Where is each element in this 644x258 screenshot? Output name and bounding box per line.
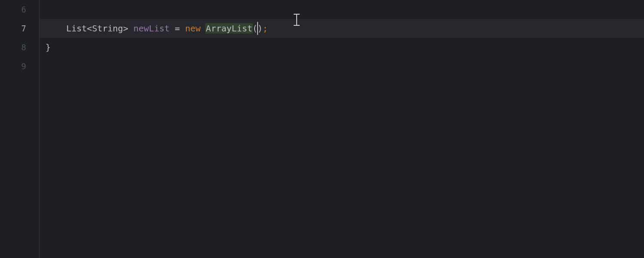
token-variable: newList	[134, 23, 170, 34]
token-semicolon: ;	[263, 23, 268, 34]
line-number-active: 7	[0, 19, 39, 38]
line-number: 8	[0, 38, 39, 57]
code-line-9[interactable]	[39, 57, 644, 76]
code-line-7[interactable]: List<String> newList = new ArrayList();	[39, 19, 644, 38]
space	[128, 23, 134, 34]
indent	[46, 19, 66, 38]
token-angle-open: <	[87, 23, 92, 34]
token-type: List	[66, 23, 87, 34]
token-close-brace: }	[46, 42, 51, 52]
token-angle-close: >	[123, 23, 128, 34]
code-editor[interactable]: 6 7 8 9 List<String> newList = new Array…	[0, 0, 644, 258]
token-generic-type: String	[92, 23, 123, 34]
text-caret	[257, 22, 258, 35]
line-number: 9	[0, 57, 39, 76]
code-line-6[interactable]	[39, 0, 644, 19]
token-keyword-new: new	[185, 23, 200, 34]
code-text-area[interactable]: List<String> newList = new ArrayList(); …	[39, 0, 644, 258]
line-number-gutter: 6 7 8 9	[0, 0, 39, 258]
space	[180, 23, 185, 34]
code-line-8[interactable]: }	[39, 38, 644, 57]
token-type-highlighted: ArrayList	[205, 23, 252, 34]
token-equals: =	[175, 23, 180, 34]
space	[170, 23, 175, 34]
line-number: 6	[0, 0, 39, 19]
